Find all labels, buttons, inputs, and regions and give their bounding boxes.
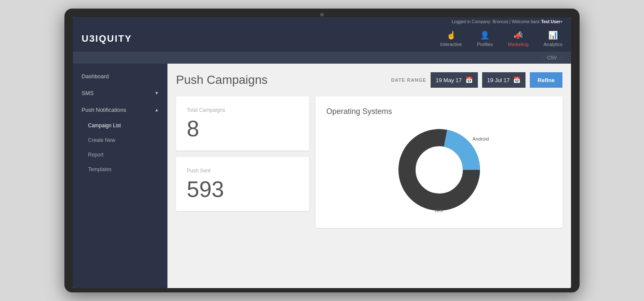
sidebar: Dashboard SMS ▼ Push Notifications ▲ Cam… bbox=[73, 64, 167, 288]
top-nav-bar: U3IQUITY ☝ Interactive 👤 Profiles 📣 Mark… bbox=[73, 26, 571, 52]
sidebar-sub-item-create-new[interactable]: Create New bbox=[73, 133, 167, 147]
content-area: Push Campaigns DATE RANGE 19 May 17 📅 19… bbox=[167, 64, 571, 288]
app-logo: U3IQUITY bbox=[82, 33, 132, 44]
laptop-frame: Logged in Company: Broncos | Welcome bac… bbox=[64, 9, 580, 292]
page-title: Push Campaigns bbox=[176, 73, 267, 87]
push-chevron-icon: ▲ bbox=[155, 108, 159, 112]
push-sent-value: 593 bbox=[187, 178, 298, 200]
android-label: Android bbox=[471, 135, 491, 142]
camera-dot bbox=[320, 13, 324, 16]
nav-item-analytics[interactable]: 📊 Analytics bbox=[544, 31, 562, 47]
date-from-value: 19 May 17 bbox=[436, 77, 462, 83]
sidebar-item-dashboard[interactable]: Dashboard bbox=[73, 68, 167, 85]
date-to-input[interactable]: 19 Jul 17 📅 bbox=[482, 72, 526, 88]
profiles-label: Profiles bbox=[477, 42, 493, 47]
analytics-icon: 📊 bbox=[548, 31, 558, 40]
total-campaigns-value: 8 bbox=[187, 117, 298, 140]
os-chart-card: Operating Systems bbox=[316, 96, 562, 228]
analytics-label: Analytics bbox=[544, 42, 562, 47]
calendar-to-icon: 📅 bbox=[513, 77, 520, 83]
screen: Logged in Company: Broncos | Welcome bac… bbox=[73, 17, 571, 288]
nav-item-interactive[interactable]: ☝ Interactive bbox=[440, 31, 462, 47]
chart-title: Operating Systems bbox=[326, 107, 552, 116]
nav-items: ☝ Interactive 👤 Profiles 📣 Marketing 📊 A… bbox=[440, 31, 562, 47]
sidebar-item-push-notifications[interactable]: Push Notifications ▲ bbox=[73, 101, 167, 118]
nav-item-profiles[interactable]: 👤 Profiles bbox=[477, 31, 493, 47]
sms-label: SMS bbox=[82, 90, 94, 96]
page-header: Push Campaigns DATE RANGE 19 May 17 📅 19… bbox=[176, 72, 562, 88]
date-to-value: 19 Jul 17 bbox=[487, 77, 510, 83]
refine-button[interactable]: Refine bbox=[530, 72, 562, 88]
push-sent-card: Push Sent 593 bbox=[176, 157, 309, 211]
total-campaigns-card: Total Campaigns 8 bbox=[176, 96, 309, 150]
push-sent-label: Push Sent bbox=[187, 168, 298, 174]
marketing-icon: 📣 bbox=[513, 31, 523, 40]
calendar-from-icon: 📅 bbox=[465, 77, 473, 83]
sidebar-sub-item-report[interactable]: Report bbox=[73, 147, 167, 162]
nav-item-marketing[interactable]: 📣 Marketing bbox=[508, 31, 529, 47]
interactive-label: Interactive bbox=[440, 42, 462, 47]
cards-row: Total Campaigns 8 Push Sent 593 Operatin… bbox=[176, 96, 562, 228]
csv-button[interactable]: CSV bbox=[547, 55, 557, 60]
date-range-label: DATE RANGE bbox=[391, 77, 426, 83]
separator: | bbox=[542, 55, 543, 60]
user-bar: Logged in Company: Broncos | Welcome bac… bbox=[73, 17, 571, 26]
user-dropdown-icon[interactable]: ▾ bbox=[560, 19, 562, 24]
total-campaigns-label: Total Campaigns bbox=[187, 107, 298, 113]
chart-area: Android iOS bbox=[326, 123, 552, 217]
sidebar-item-sms[interactable]: SMS ▼ bbox=[73, 85, 167, 101]
profiles-icon: 👤 bbox=[480, 31, 489, 40]
interactive-icon: ☝ bbox=[447, 31, 456, 40]
main-content: Dashboard SMS ▼ Push Notifications ▲ Cam… bbox=[73, 64, 571, 288]
sidebar-sub-item-templates[interactable]: Templates bbox=[73, 162, 167, 177]
date-range-area: DATE RANGE 19 May 17 📅 19 Jul 17 📅 Refin… bbox=[391, 72, 562, 88]
username: Test User bbox=[541, 19, 560, 24]
sms-chevron-icon: ▼ bbox=[155, 91, 159, 95]
separator2: | bbox=[561, 55, 562, 60]
sidebar-sub-item-campaign-list[interactable]: Campaign List bbox=[73, 118, 167, 133]
donut-chart: Android iOS bbox=[392, 123, 486, 217]
push-notifications-label: Push Notifications bbox=[82, 107, 126, 113]
logged-in-label: Logged in Company: Broncos | Welcome bac… bbox=[452, 19, 540, 24]
secondary-bar: | CSV | bbox=[73, 52, 571, 64]
stats-column: Total Campaigns 8 Push Sent 593 bbox=[176, 96, 309, 228]
ios-label: iOS bbox=[435, 208, 443, 213]
marketing-label: Marketing bbox=[508, 42, 529, 47]
date-from-input[interactable]: 19 May 17 📅 bbox=[431, 72, 478, 88]
